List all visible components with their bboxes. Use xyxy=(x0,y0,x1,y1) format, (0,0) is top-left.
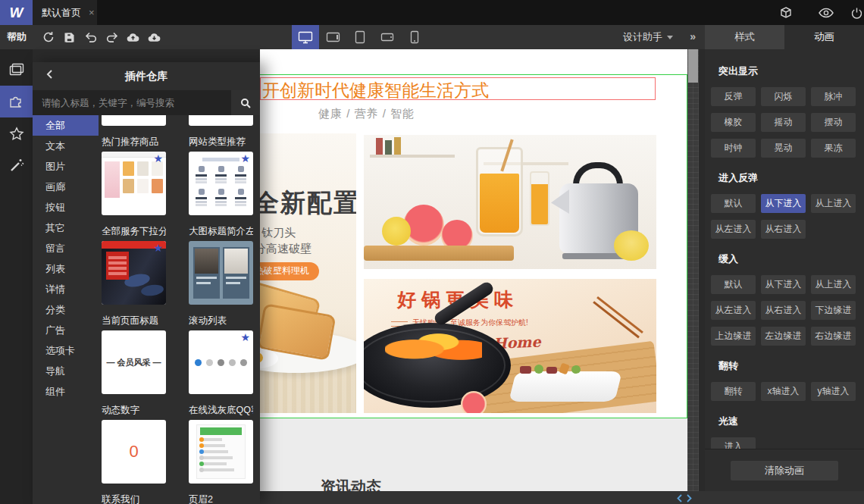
hero-subtitle[interactable]: 健康 / 营养 / 智能 xyxy=(318,107,415,121)
plugin-category[interactable]: 导航 xyxy=(33,361,99,381)
animation-button[interactable]: 时钟 xyxy=(711,139,756,158)
plugin-item[interactable]: 动态数字0 xyxy=(102,405,166,484)
animation-button[interactable]: 从上进入 xyxy=(811,194,856,213)
device-phone-landscape-icon[interactable] xyxy=(374,25,401,49)
plugin-category[interactable]: 按钮 xyxy=(33,197,99,218)
animation-button[interactable]: 果冻 xyxy=(811,139,856,158)
plugin-search-input[interactable] xyxy=(33,90,231,115)
app-logo[interactable]: W xyxy=(0,0,33,25)
design-assistant-dropdown[interactable]: 设计助手 xyxy=(623,25,673,49)
collapse-panel-button[interactable]: » xyxy=(690,25,696,49)
left-banner-image[interactable]: 全新配置 钛刀头 分高速破壁 热破壁料理机 xyxy=(260,133,356,413)
animation-button[interactable]: 左边缘进 xyxy=(761,327,806,346)
plugin-category[interactable]: 画廊 xyxy=(33,177,99,197)
help-button[interactable]: 帮助 xyxy=(7,25,27,49)
animation-button[interactable]: 摆动 xyxy=(811,113,856,132)
tab-close-icon[interactable]: × xyxy=(89,7,95,18)
clear-animation-button[interactable]: 清除动画 xyxy=(731,461,838,481)
preview-eye-icon[interactable] xyxy=(819,5,834,20)
plugin-item[interactable]: 在线浅灰底QQ客服 xyxy=(189,405,253,484)
plugin-category[interactable]: 组件 xyxy=(33,381,99,402)
animation-button[interactable]: 脉冲 xyxy=(811,87,856,106)
plugin-item-thumb-partial[interactable] xyxy=(102,115,166,126)
plugin-item[interactable]: 大图标题简介左右切... xyxy=(189,226,253,305)
plugin-item-thumb[interactable]: ★ xyxy=(102,152,166,215)
animation-button[interactable]: 从左进入 xyxy=(711,220,756,239)
animation-button[interactable]: 从左进入 xyxy=(711,301,756,320)
refresh-icon[interactable] xyxy=(42,31,55,44)
plugin-category[interactable]: 分类 xyxy=(33,299,99,320)
news-section-title[interactable]: 资讯动态 xyxy=(321,477,381,491)
plugin-category[interactable]: 文本 xyxy=(33,136,99,156)
scrollbar-thumb[interactable] xyxy=(688,49,698,83)
code-view-icon[interactable] xyxy=(676,493,693,502)
device-phone-portrait-icon[interactable] xyxy=(401,25,428,49)
components-cube-icon[interactable] xyxy=(778,5,794,20)
animation-button[interactable]: 反弹 xyxy=(711,87,756,106)
plugin-item[interactable]: 热门推荐商品★ xyxy=(102,136,166,215)
plugin-item[interactable]: 滚动列表★ xyxy=(189,315,253,394)
plugin-category[interactable]: 留言 xyxy=(33,238,99,258)
animation-button[interactable]: 从下进入 xyxy=(761,194,806,213)
sidebar-plugins-icon[interactable] xyxy=(0,86,33,117)
animation-button[interactable]: y轴进入 xyxy=(811,382,856,401)
plugin-category[interactable]: 列表 xyxy=(33,258,99,279)
animation-button[interactable]: 橡胶 xyxy=(711,113,756,132)
plugin-item-thumb[interactable]: ★ xyxy=(189,330,253,394)
wok-banner-image[interactable]: 好锅更美味 无忧购物，至诚服务为你保驾护航! Warm Home xyxy=(364,279,656,413)
tab-style[interactable]: 样式 xyxy=(705,25,784,49)
animation-button[interactable]: 上边缘进 xyxy=(711,327,756,346)
animation-button[interactable]: x轴进入 xyxy=(761,382,806,401)
canvas-vertical-scrollbar[interactable] xyxy=(687,49,699,491)
power-icon[interactable] xyxy=(849,5,864,20)
animation-button[interactable]: 右边缘进 xyxy=(811,327,856,346)
plugin-item-thumb[interactable]: — 会员风采 — xyxy=(102,330,166,394)
animation-button[interactable]: 晃动 xyxy=(761,139,806,158)
plugin-category[interactable]: 广告 xyxy=(33,320,99,340)
animation-button[interactable]: 进入 xyxy=(711,437,756,449)
animation-button[interactable]: 从下进入 xyxy=(761,275,806,294)
plugin-item-thumb[interactable] xyxy=(189,241,253,305)
page-tab[interactable]: 默认首页 × xyxy=(33,0,97,25)
plugin-item-thumb-partial[interactable] xyxy=(189,115,253,126)
plugin-item-thumb[interactable]: ★ xyxy=(189,152,253,215)
plugin-item-thumb[interactable] xyxy=(189,420,253,484)
back-chevron-icon[interactable] xyxy=(45,69,58,83)
plugin-item-thumb[interactable]: 0 xyxy=(102,420,166,484)
search-icon[interactable] xyxy=(231,90,260,115)
plugin-category[interactable]: 全部 xyxy=(33,115,99,136)
animation-button[interactable]: 摇动 xyxy=(761,113,806,132)
animation-button[interactable]: 默认 xyxy=(711,275,756,294)
animation-button[interactable]: 翻转 xyxy=(711,382,756,401)
plugin-item[interactable]: 全部服务下拉分类带...★ xyxy=(102,226,166,305)
plugin-category[interactable]: 选项卡 xyxy=(33,340,99,361)
device-tablet-landscape-icon[interactable] xyxy=(319,25,346,49)
plugin-category[interactable]: 图片 xyxy=(33,156,99,177)
cloud-download-icon[interactable] xyxy=(148,31,161,44)
animation-button[interactable]: 默认 xyxy=(711,194,756,213)
kettle-banner-image[interactable] xyxy=(364,135,656,269)
sidebar-favorites-icon[interactable] xyxy=(0,117,33,149)
undo-icon[interactable] xyxy=(84,31,97,44)
animation-button[interactable]: 从上进入 xyxy=(811,275,856,294)
plugin-item[interactable]: 网站类型推荐★ xyxy=(189,136,253,215)
animation-button[interactable]: 闪烁 xyxy=(761,87,806,106)
plugin-item-thumb[interactable]: ★ xyxy=(102,241,166,305)
device-tablet-portrait-icon[interactable] xyxy=(346,25,374,49)
plugin-category[interactable]: 详情 xyxy=(33,279,99,299)
tab-animation[interactable]: 动画 xyxy=(784,25,864,49)
editor-canvas[interactable]: 开创新时代健康智能生活方式 健康 / 营养 / 智能 全新配置 钛刀头 分高速破… xyxy=(260,49,687,491)
hero-title-block[interactable]: 开创新时代健康智能生活方式 xyxy=(260,77,656,100)
redo-icon[interactable] xyxy=(105,31,118,44)
plugin-item[interactable]: 页眉2 xyxy=(189,494,253,504)
plugin-category[interactable]: 其它 xyxy=(33,218,99,238)
animation-button[interactable]: 下边缘进 xyxy=(811,301,856,320)
animation-button[interactable]: 从右进入 xyxy=(761,220,806,239)
cloud-upload-icon[interactable] xyxy=(127,31,139,44)
device-desktop-icon[interactable] xyxy=(292,25,319,49)
plugin-item[interactable]: 联系我们 xyxy=(102,494,166,504)
plugin-item[interactable]: 当前页面标题— 会员风采 — xyxy=(102,315,166,394)
sidebar-pages-icon[interactable] xyxy=(0,54,33,86)
save-icon[interactable] xyxy=(63,31,76,44)
animation-button[interactable]: 从右进入 xyxy=(761,301,806,320)
